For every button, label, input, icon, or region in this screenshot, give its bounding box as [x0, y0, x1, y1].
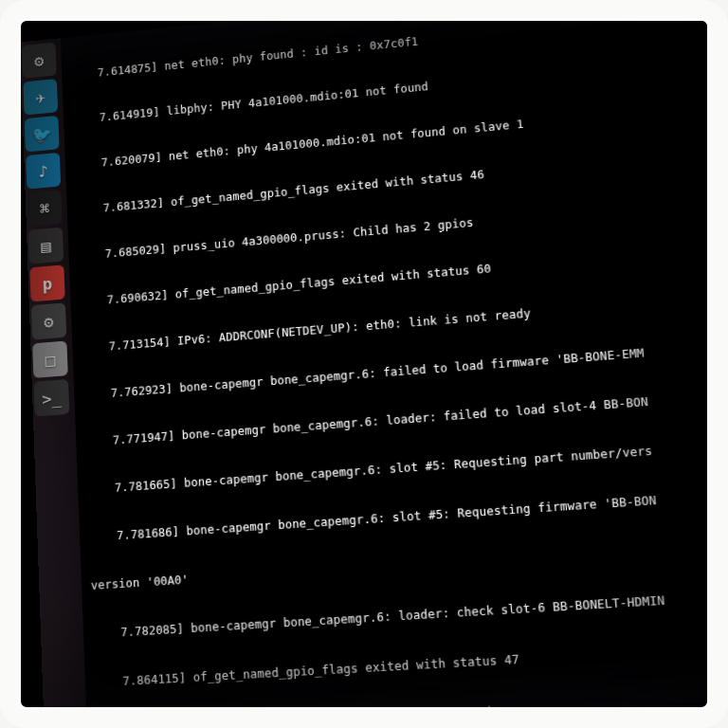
kernel-log-line: version '00A0' [91, 534, 728, 594]
kernel-log-line: 7.781686] bone-capemgr bone_capemgr.6: s… [89, 483, 728, 546]
twitter-icon[interactable]: 🐦 [25, 116, 60, 153]
music-icon[interactable]: ♪ [26, 153, 61, 190]
p-app-icon[interactable]: p [29, 264, 64, 301]
kernel-log-line: 7.782085] bone-capemgr bone_capemgr.6: l… [93, 584, 728, 643]
box-icon[interactable]: □ [32, 341, 68, 378]
code-icon[interactable]: ⌘ [27, 190, 62, 227]
terminal-icon[interactable]: >_ [34, 379, 70, 417]
files-icon[interactable]: ▤ [28, 228, 64, 264]
gear-icon[interactable]: ⚙ [31, 302, 67, 339]
settings-icon[interactable]: ⚙ [22, 42, 57, 78]
kernel-log-line: 7.864115] of_get_named_gpio_flags exited… [95, 635, 728, 692]
screen: ⚙ ✈ 🐦 ♪ ⌘ ▤ p ⚙ □ >_ 7.614875] net eth0:… [20, 0, 728, 728]
photo-frame: ⚙ ✈ 🐦 ♪ ⌘ ▤ p ⚙ □ >_ 7.614875] net eth0:… [0, 0, 728, 728]
kernel-log-line: 7.864169] pruss_uio 4a300000.pruss: Chil… [97, 686, 728, 728]
terminal-output[interactable]: 7.614875] net eth0: phy found : id is : … [63, 0, 728, 728]
telegram-icon[interactable]: ✈ [23, 79, 58, 115]
